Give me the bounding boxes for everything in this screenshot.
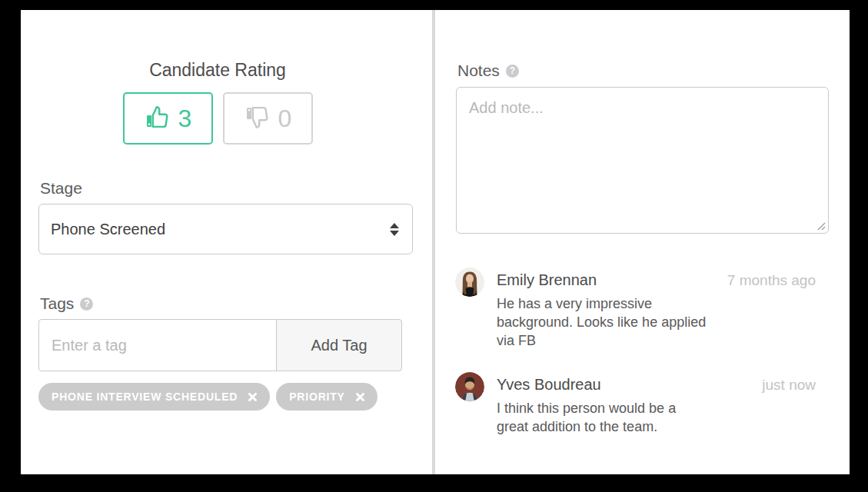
stage-select-value: Phone Screened — [51, 221, 390, 238]
note-textarea-wrap — [456, 87, 829, 234]
tags-label-text: Tags — [40, 294, 74, 313]
notes-pane: Notes ? — [435, 10, 850, 474]
thumbs-down-count: 0 — [278, 106, 292, 131]
notes-label: Notes ? — [457, 62, 519, 80]
note-body: Yves Boudreau I think this person would … — [497, 372, 676, 436]
notes-label-text: Notes — [457, 62, 500, 80]
note-body: Emily Brennan He has a very impressive b… — [497, 268, 706, 350]
tags-help-icon[interactable]: ? — [80, 298, 93, 311]
tags-label: Tags ? — [40, 294, 93, 313]
stage-label: Stage — [40, 179, 82, 198]
thumbs-down-icon — [244, 105, 270, 132]
note-text: He has a very impressive background. Loo… — [497, 294, 706, 350]
tag-entry-row: Add Tag — [38, 319, 402, 371]
note-author: Emily Brennan — [497, 271, 706, 288]
note-textarea[interactable] — [456, 87, 829, 234]
note-timestamp: 7 months ago — [727, 272, 816, 289]
panel-area: Candidate Rating 3 — [21, 10, 850, 474]
rating-buttons: 3 0 — [123, 92, 313, 145]
candidate-detail-screen: Candidate Rating 3 — [0, 0, 868, 492]
note-timestamp: just now — [762, 377, 816, 394]
candidate-rating-title: Candidate Rating — [21, 59, 414, 81]
note-item: Yves Boudreau I think this person would … — [455, 372, 823, 436]
tag-pill-label: PRIORITY — [289, 391, 345, 403]
note-text: I think this person would be a great add… — [497, 399, 676, 436]
thumbs-up-icon — [145, 105, 170, 132]
thumbs-up-button[interactable]: 3 — [123, 92, 213, 145]
select-arrows-icon — [390, 223, 399, 236]
tag-input[interactable] — [38, 319, 277, 371]
add-tag-button[interactable]: Add Tag — [276, 319, 402, 371]
thumbs-down-button[interactable]: 0 — [223, 92, 313, 145]
tag-pill-label: PHONE INTERVIEW SCHEDULED — [52, 391, 238, 403]
tag-pill-row: PHONE INTERVIEW SCHEDULED PRIORITY — [38, 383, 377, 411]
tag-remove-icon[interactable] — [248, 393, 257, 401]
avatar — [455, 372, 484, 401]
candidate-rating-pane: Candidate Rating 3 — [21, 10, 432, 474]
notes-list: Emily Brennan He has a very impressive b… — [455, 268, 823, 458]
thumbs-up-count: 3 — [178, 106, 192, 131]
notes-help-icon[interactable]: ? — [506, 65, 519, 78]
tag-remove-icon[interactable] — [356, 393, 364, 401]
tag-pill: PHONE INTERVIEW SCHEDULED — [38, 383, 270, 411]
tag-pill: PRIORITY — [276, 383, 377, 411]
textarea-resize-handle-icon[interactable] — [816, 221, 826, 231]
avatar — [455, 268, 484, 297]
stage-label-text: Stage — [40, 179, 82, 198]
note-author: Yves Boudreau — [497, 376, 676, 393]
note-item: Emily Brennan He has a very impressive b… — [455, 268, 823, 350]
stage-select[interactable]: Phone Screened — [38, 204, 413, 254]
